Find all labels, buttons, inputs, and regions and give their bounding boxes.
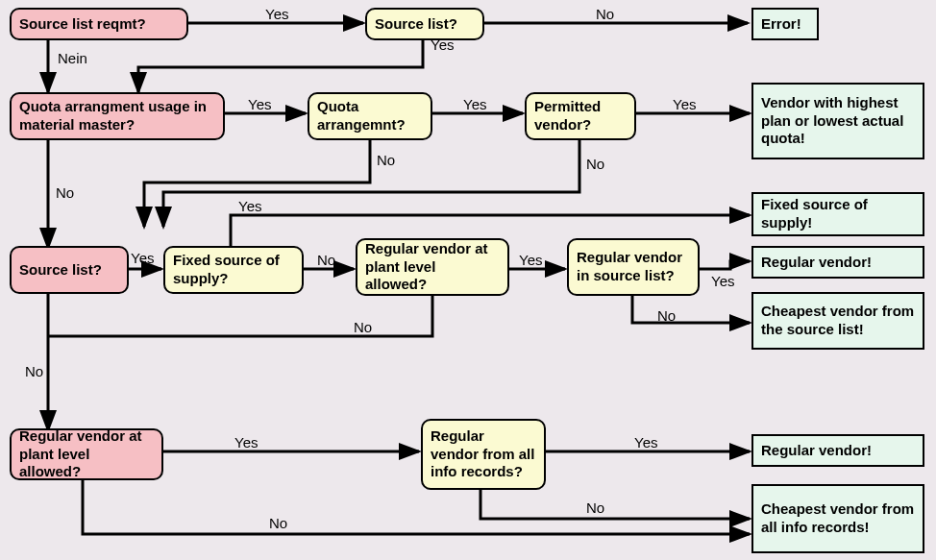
edge-label: No [586, 156, 604, 172]
node-cheapest-source-list: Cheapest vendor from the source list! [751, 292, 924, 350]
edge-label: No [354, 319, 372, 335]
edge-label: Yes [238, 198, 261, 214]
edge-label: No [596, 6, 614, 22]
edge-label: Yes [248, 96, 271, 112]
node-label: Cheapest vendor from the source list! [761, 303, 915, 339]
node-label: Regular vendor! [761, 442, 872, 460]
node-regular-vendor-1: Regular vendor! [751, 246, 924, 279]
node-label: Source list? [375, 15, 457, 34]
node-label: Error! [761, 15, 801, 34]
node-quota-arrangement: Quota arrangemnt? [308, 92, 432, 140]
edge-label: No [657, 307, 676, 324]
node-label: Quota arrangemnt? [317, 98, 423, 134]
edge-label: No [269, 515, 287, 531]
node-error: Error! [751, 8, 819, 40]
node-label: Regular vendor at plant level allowed? [19, 427, 154, 481]
node-label: Permitted vendor? [534, 98, 627, 134]
node-vendor-highest-plan: Vendor with highest plan or lowest actua… [751, 83, 924, 159]
edge-label: Yes [519, 252, 542, 268]
node-regular-vendor-2: Regular vendor! [751, 434, 924, 467]
edge-label: Yes [265, 6, 288, 22]
node-source-list-top: Source list? [365, 8, 484, 40]
node-label: Source list? [19, 261, 102, 280]
edge-label: Yes [634, 434, 657, 450]
node-source-list-left: Source list? [10, 246, 129, 294]
node-label: Quota arrangment usage in material maste… [19, 98, 215, 134]
node-label: Regular vendor in source list? [577, 249, 690, 285]
node-cheapest-all-info: Cheapest vendor from all info records! [751, 484, 924, 553]
node-fixed-source-result: Fixed source of supply! [751, 192, 924, 236]
edge-label: No [25, 363, 43, 379]
node-label: Source list reqmt? [19, 15, 146, 34]
node-label: Fixed source of supply! [761, 196, 915, 232]
node-regular-vendor-all-info: Regular vendor from all info records? [421, 419, 546, 490]
node-quota-usage: Quota arrangment usage in material maste… [10, 92, 225, 140]
node-permitted-vendor: Permitted vendor? [525, 92, 636, 140]
node-label: Regular vendor at plant level allowed? [365, 240, 500, 294]
edge-label: No [56, 184, 74, 201]
edge-label: Nein [58, 50, 87, 66]
node-label: Regular vendor! [761, 254, 872, 272]
edge-label: No [317, 252, 335, 268]
node-regular-vendor-plant-allowed: Regular vendor at plant level allowed? [356, 238, 509, 296]
node-label: Fixed source of supply? [173, 252, 294, 288]
edge-label: Yes [673, 96, 696, 112]
node-fixed-source-q: Fixed source of supply? [163, 246, 304, 294]
edge-label: No [377, 152, 395, 168]
node-regular-vendor-plant-allowed-2: Regular vendor at plant level allowed? [10, 428, 163, 480]
edge-label: Yes [463, 96, 486, 112]
node-source-list-reqmt: Source list reqmt? [10, 8, 188, 40]
node-label: Cheapest vendor from all info records! [761, 500, 915, 537]
edge-label: Yes [131, 250, 154, 266]
edge-label: Yes [431, 37, 454, 53]
node-regular-vendor-source-list: Regular vendor in source list? [567, 238, 700, 296]
edge-label: Yes [711, 273, 734, 289]
node-label: Regular vendor from all info records? [431, 427, 536, 481]
edge-label: Yes [234, 434, 258, 450]
node-label: Vendor with highest plan or lowest actua… [761, 94, 915, 148]
edge-label: No [586, 499, 604, 516]
